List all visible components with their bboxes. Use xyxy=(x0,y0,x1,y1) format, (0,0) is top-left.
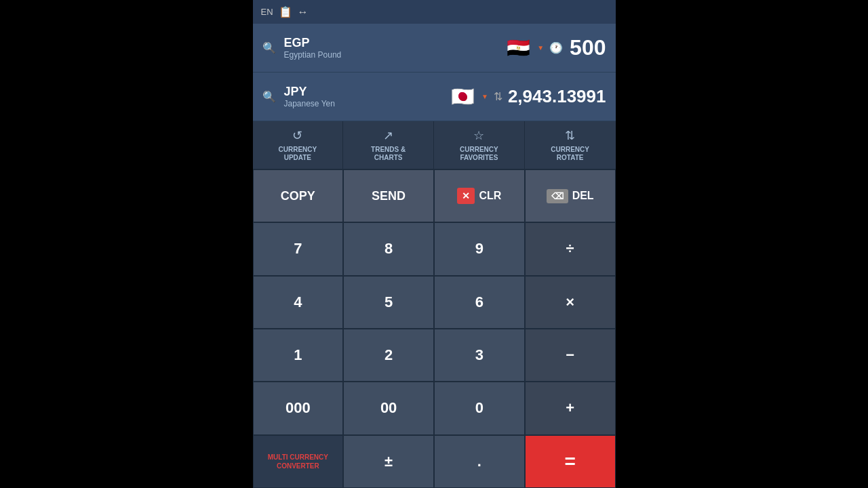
key-add[interactable]: + xyxy=(525,382,616,434)
app-container: EN 📋 ↔ 🔍 EGP Egyptian Pound 🇪🇬 ▼ 🕐 500 🔍… xyxy=(253,0,616,488)
clr-x-icon: ✕ xyxy=(457,188,475,204)
trends-icon: ↗ xyxy=(383,128,393,143)
key-3[interactable]: 3 xyxy=(434,329,525,382)
search-icon-2[interactable]: 🔍 xyxy=(262,90,276,103)
key-4[interactable]: 4 xyxy=(253,276,344,329)
favorites-icon: ☆ xyxy=(473,128,484,143)
currency-name-2: Japanese Yen xyxy=(284,99,445,108)
action-label-rotate: CURRENCYROTATE xyxy=(551,146,589,162)
key-multiply[interactable]: × xyxy=(525,276,616,329)
key-1[interactable]: 1 xyxy=(253,329,344,382)
del-backspace-icon: ⌫ xyxy=(547,189,568,203)
currency-code-2[interactable]: JPY xyxy=(284,85,445,99)
currency-row-1: 🔍 EGP Egyptian Pound 🇪🇬 ▼ 🕐 500 xyxy=(253,24,616,73)
key-subtract[interactable]: − xyxy=(525,329,616,382)
action-row: ↺ CURRENCYUPDATE ↗ TRENDS &CHARTS ☆ CURR… xyxy=(253,121,616,169)
key-copy[interactable]: COPY xyxy=(253,169,344,222)
key-equals[interactable]: = xyxy=(525,435,616,488)
action-currency-update[interactable]: ↺ CURRENCYUPDATE xyxy=(253,121,344,169)
key-00[interactable]: 00 xyxy=(343,382,434,434)
key-9[interactable]: 9 xyxy=(434,222,525,275)
keypad: COPY SEND ✕ CLR ⌫ DEL 7 8 9 ÷ 4 5 6 xyxy=(253,169,616,488)
keypad-row-2: 7 8 9 ÷ xyxy=(253,222,616,275)
key-5[interactable]: 5 xyxy=(343,276,434,329)
key-2[interactable]: 2 xyxy=(343,329,434,382)
rotate-icon: ⇅ xyxy=(565,128,575,143)
action-label-trends: TRENDS &CHARTS xyxy=(371,146,406,162)
action-label-update: CURRENCYUPDATE xyxy=(279,146,317,162)
currency-value-1: 500 xyxy=(570,35,606,60)
key-6[interactable]: 6 xyxy=(434,276,525,329)
history-icon[interactable]: 🕐 xyxy=(549,41,563,54)
currency-row-2: 🔍 JPY Japanese Yen 🇯🇵 ▼ ⇅ 2,943.13991 xyxy=(253,73,616,121)
language-label: EN xyxy=(261,7,273,17)
search-icon-1[interactable]: 🔍 xyxy=(262,41,276,54)
dropdown-arrow-1[interactable]: ▼ xyxy=(537,44,544,52)
currency-code-1[interactable]: EGP xyxy=(284,36,500,50)
top-bar: EN 📋 ↔ xyxy=(253,0,616,24)
key-clr[interactable]: ✕ CLR xyxy=(434,169,525,222)
keypad-row-5: 000 00 0 + xyxy=(253,382,616,434)
currency-name-1: Egyptian Pound xyxy=(284,50,500,60)
action-trends-charts[interactable]: ↗ TRENDS &CHARTS xyxy=(343,121,434,169)
key-8[interactable]: 8 xyxy=(343,222,434,275)
key-divide[interactable]: ÷ xyxy=(525,222,616,275)
keypad-row-6: MULTI CURRENCYCONVERTER ± . = xyxy=(253,435,616,488)
currency-value-2: 2,943.13991 xyxy=(508,86,606,107)
multicurrency-label: MULTI CURRENCYCONVERTER xyxy=(268,453,328,470)
update-icon: ↺ xyxy=(292,128,302,143)
key-7[interactable]: 7 xyxy=(253,222,344,275)
currency-flag-1: 🇪🇬 xyxy=(507,37,530,59)
key-send[interactable]: SEND xyxy=(343,169,434,222)
rotate-top-icon[interactable]: ↔ xyxy=(298,6,309,18)
keypad-row-1: COPY SEND ✕ CLR ⌫ DEL xyxy=(253,169,616,222)
key-del[interactable]: ⌫ DEL xyxy=(525,169,616,222)
keypad-row-4: 1 2 3 − xyxy=(253,329,616,382)
dropdown-arrow-2[interactable]: ▼ xyxy=(481,93,488,100)
copy-top-icon[interactable]: 📋 xyxy=(279,5,292,18)
action-currency-favorites[interactable]: ☆ CURRENCYFAVORITES xyxy=(434,121,525,169)
key-sign[interactable]: ± xyxy=(343,435,434,488)
currency-info-1: EGP Egyptian Pound xyxy=(284,36,500,60)
action-currency-rotate[interactable]: ⇅ CURRENCYROTATE xyxy=(525,121,616,169)
key-0[interactable]: 0 xyxy=(434,382,525,434)
currency-info-2: JPY Japanese Yen xyxy=(284,85,445,108)
keypad-row-3: 4 5 6 × xyxy=(253,276,616,329)
currency-flag-2: 🇯🇵 xyxy=(451,85,475,108)
key-dot[interactable]: . xyxy=(434,435,525,488)
key-000[interactable]: 000 xyxy=(253,382,344,434)
key-multicurrency[interactable]: MULTI CURRENCYCONVERTER xyxy=(253,435,344,488)
swap-icon[interactable]: ⇅ xyxy=(494,90,502,103)
action-label-favorites: CURRENCYFAVORITES xyxy=(460,146,498,162)
